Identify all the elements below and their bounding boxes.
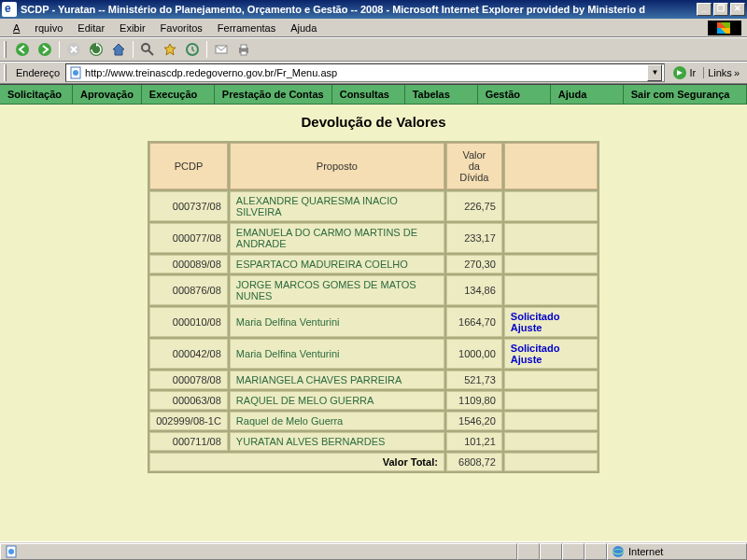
status-zone: Internet [607, 543, 747, 560]
status-cell-1 [517, 543, 540, 560]
home-button[interactable] [108, 39, 129, 60]
mail-button[interactable] [211, 39, 232, 60]
table-row[interactable]: 000010/08Maria Delfina Venturini1664,70S… [149, 307, 598, 337]
cell-pcdp: 000078/08 [149, 371, 228, 389]
col-pcdp: PCDP [149, 143, 228, 189]
cell-valor: 270,30 [446, 255, 502, 273]
search-button[interactable] [137, 39, 158, 60]
table-row[interactable]: 000077/08EMANUELA DO CARMO MARTINS DE AN… [149, 223, 598, 253]
page-done-icon [5, 545, 18, 558]
nav-execucao[interactable]: Execução [142, 85, 215, 104]
cell-status[interactable]: Solicitado Ajuste [504, 339, 598, 369]
history-button[interactable] [182, 39, 203, 60]
links-button[interactable]: Links » [703, 67, 743, 78]
cell-pcdp: 000711/08 [149, 432, 228, 451]
addrbar-handle[interactable] [4, 64, 7, 81]
restore-button[interactable]: ❐ [713, 3, 728, 16]
nav-gestao[interactable]: Gestão [478, 85, 551, 104]
col-valor: Valor da Dívida [446, 143, 502, 189]
page-title: Devolução de Valores [0, 105, 747, 141]
nav-sair[interactable]: Sair com Segurança [624, 85, 747, 104]
svg-point-15 [8, 549, 14, 554]
ie-icon [2, 2, 17, 17]
address-input[interactable] [85, 67, 647, 78]
toolbar-handle[interactable] [4, 41, 7, 58]
menu-bar: AArquivorquivo Editar Exibir Favoritos F… [0, 19, 747, 37]
total-value: 6808,72 [446, 453, 502, 471]
table-row[interactable]: 000078/08MARIANGELA CHAVES PARREIRA521,7… [149, 371, 598, 389]
cell-proposto: MARIANGELA CHAVES PARREIRA [230, 371, 444, 389]
svg-point-1 [38, 43, 51, 56]
menu-file[interactable]: AArquivorquivo [6, 21, 70, 35]
menu-view[interactable]: Exibir [112, 21, 153, 35]
menu-favorites[interactable]: Favoritos [153, 21, 210, 35]
cell-valor: 233,17 [446, 223, 502, 253]
col-proposto: Proposto [230, 143, 444, 189]
menu-help[interactable]: Ajuda [283, 21, 324, 35]
status-cell-2 [540, 543, 562, 560]
window-title: SCDP - Yuratan -- Ministério do Planejam… [21, 4, 697, 15]
favorites-button[interactable] [160, 39, 180, 60]
cell-status [504, 432, 598, 451]
print-button[interactable] [233, 39, 254, 60]
address-field-wrapper: ▼ [65, 63, 665, 82]
status-cell-3 [562, 543, 585, 560]
table-row[interactable]: 002999/08-1CRaquel de Melo Guerra1546,20 [149, 412, 598, 430]
cell-valor: 521,73 [446, 371, 502, 389]
table-row[interactable]: 000876/08JORGE MARCOS GOMES DE MATOS NUN… [149, 275, 598, 305]
back-button[interactable] [12, 39, 33, 60]
chevron-right-icon: » [734, 67, 740, 78]
cell-status[interactable]: Solicitado Ajuste [504, 307, 598, 337]
cell-status [504, 255, 598, 273]
cell-status [504, 371, 598, 389]
nav-prestacao[interactable]: Prestação de Contas [215, 85, 332, 104]
total-label: Valor Total: [149, 453, 444, 471]
cell-pcdp: 000042/08 [149, 339, 228, 369]
cell-status [504, 223, 598, 253]
menu-edit[interactable]: Editar [70, 21, 112, 35]
status-cell-4 [585, 543, 607, 560]
cell-status [504, 412, 598, 430]
window-titlebar: SCDP - Yuratan -- Ministério do Planejam… [0, 0, 747, 19]
cell-pcdp: 002999/08-1C [149, 412, 228, 430]
cell-proposto: JORGE MARCOS GOMES DE MATOS NUNES [230, 275, 444, 305]
minimize-button[interactable]: _ [697, 3, 712, 16]
cell-proposto: YURATAN ALVES BERNARDES [230, 432, 444, 451]
nav-aprovacao[interactable]: Aprovação [73, 85, 142, 104]
cell-pcdp: 000077/08 [149, 223, 228, 253]
forward-button[interactable] [35, 39, 55, 60]
address-dropdown[interactable]: ▼ [647, 64, 662, 81]
nav-solicitacao[interactable]: Solicitação [0, 85, 73, 104]
windows-logo-icon [708, 21, 741, 35]
stop-button[interactable] [63, 39, 84, 60]
internet-zone-icon [612, 545, 625, 558]
cell-proposto: ALEXANDRE QUARESMA INACIO SILVEIRA [230, 191, 444, 221]
nav-consultas[interactable]: Consultas [332, 85, 405, 104]
nav-ajuda[interactable]: Ajuda [551, 85, 624, 104]
cell-proposto: ESPARTACO MADUREIRA COELHO [230, 255, 444, 273]
table-row[interactable]: 000711/08YURATAN ALVES BERNARDES101,21 [149, 432, 598, 451]
go-button[interactable]: Ir [669, 65, 699, 80]
page-icon [68, 65, 83, 80]
table-row[interactable]: 000042/08Maria Delfina Venturini1000,00S… [149, 339, 598, 369]
table-row[interactable]: 000089/08ESPARTACO MADUREIRA COELHO270,3… [149, 255, 598, 273]
cell-pcdp: 000876/08 [149, 275, 228, 305]
cell-valor: 1546,20 [446, 412, 502, 430]
svg-point-12 [73, 70, 78, 76]
refresh-button[interactable] [86, 39, 106, 60]
address-bar: Endereço ▼ Ir Links » [0, 62, 747, 84]
cell-pcdp: 000063/08 [149, 391, 228, 410]
go-icon [672, 65, 687, 80]
cell-proposto: RAQUEL DE MELO GUERRA [230, 391, 444, 410]
nav-tabelas[interactable]: Tabelas [405, 85, 478, 104]
table-row[interactable]: 000737/08ALEXANDRE QUARESMA INACIO SILVE… [149, 191, 598, 221]
cell-status [504, 191, 598, 221]
cell-proposto: EMANUELA DO CARMO MARTINS DE ANDRADE [230, 223, 444, 253]
address-label: Endereço [14, 67, 62, 78]
app-navbar: Solicitação Aprovação Execução Prestação… [0, 85, 747, 105]
table-row[interactable]: 000063/08RAQUEL DE MELO GUERRA1109,80 [149, 391, 598, 410]
close-button[interactable]: ✕ [730, 3, 745, 16]
menu-tools[interactable]: Ferramentas [210, 21, 283, 35]
status-main [0, 543, 517, 560]
svg-point-0 [16, 43, 29, 56]
